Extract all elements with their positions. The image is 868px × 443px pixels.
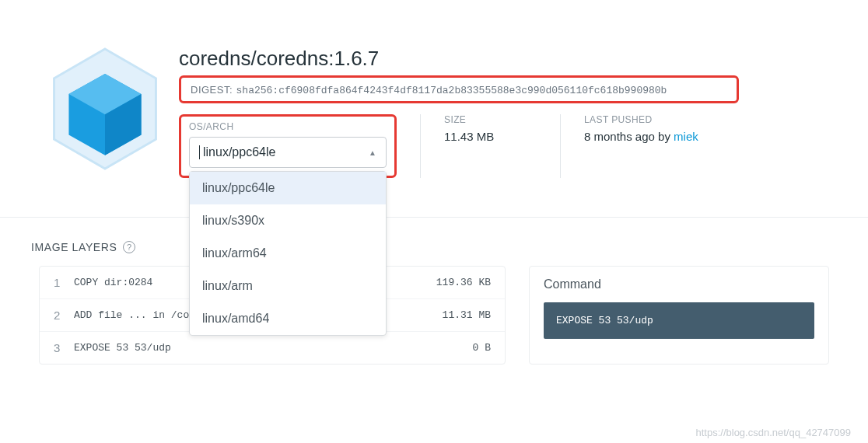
layer-command: EXPOSE 53 53/udp [74, 342, 421, 354]
layer-size: 119.36 KB [421, 277, 491, 288]
osarch-select[interactable]: linux/ppc64le ▲ linux/ppc64le linux/s390… [189, 137, 387, 168]
author-link[interactable]: miek [674, 130, 698, 143]
layer-number: 2 [54, 309, 74, 322]
pushed-value: 8 months ago by miek [584, 130, 698, 143]
layer-size: 11.31 MB [421, 309, 491, 321]
layers-heading: IMAGE LAYERS ? [31, 241, 829, 253]
layer-number: 3 [54, 341, 74, 354]
osarch-option[interactable]: linux/arm64 [190, 237, 386, 270]
cube-icon [47, 47, 163, 171]
osarch-label: OS/ARCH [189, 121, 387, 132]
osarch-option[interactable]: linux/ppc64le [190, 172, 386, 204]
size-value: 11.43 MB [444, 130, 537, 143]
osarch-option[interactable]: linux/arm [190, 270, 386, 302]
meta-row: OS/ARCH linux/ppc64le ▲ linux/ppc64le li… [179, 114, 837, 178]
digest-sha: sha256:cf6908fdfa864f4243f4df8117da2b833… [236, 85, 667, 96]
pushed-label: LAST PUSHED [584, 114, 698, 125]
layer-number: 1 [54, 276, 74, 289]
digest-label: DIGEST: [191, 84, 233, 96]
osarch-option[interactable]: linux/s390x [190, 204, 386, 237]
chevron-up-icon: ▲ [369, 148, 376, 157]
help-icon[interactable]: ? [123, 241, 135, 253]
command-panel: Command EXPOSE 53 53/udp [529, 266, 829, 365]
command-body: EXPOSE 53 53/udp [544, 302, 814, 339]
osarch-option[interactable]: linux/amd64 [190, 302, 386, 335]
osarch-selected-value: linux/ppc64le [199, 145, 275, 159]
layer-row[interactable]: 3 EXPOSE 53 53/udp 0 B [40, 331, 505, 364]
layer-size: 0 B [421, 342, 491, 354]
image-header: coredns/coredns:1.6.7 DIGEST: sha256:cf6… [0, 0, 868, 178]
image-title: coredns/coredns:1.6.7 [179, 47, 837, 71]
command-title: Command [544, 277, 814, 291]
osarch-dropdown: linux/ppc64le linux/s390x linux/arm64 li… [189, 171, 387, 336]
size-label: SIZE [444, 114, 537, 125]
watermark: https://blog.csdn.net/qq_42747099 [696, 427, 852, 438]
digest-highlight: DIGEST: sha256:cf6908fdfa864f4243f4df811… [179, 75, 739, 103]
osarch-highlight: OS/ARCH linux/ppc64le ▲ linux/ppc64le li… [179, 114, 397, 178]
